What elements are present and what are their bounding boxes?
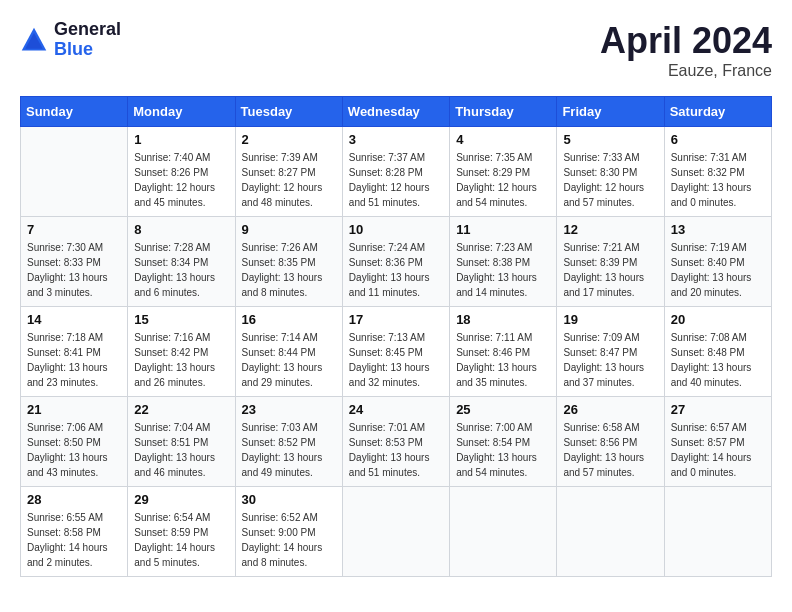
calendar-cell: 6Sunrise: 7:31 AM Sunset: 8:32 PM Daylig…	[664, 127, 771, 217]
calendar-cell	[21, 127, 128, 217]
cell-sun-info: Sunrise: 7:04 AM Sunset: 8:51 PM Dayligh…	[134, 420, 228, 480]
cell-sun-info: Sunrise: 7:33 AM Sunset: 8:30 PM Dayligh…	[563, 150, 657, 210]
calendar-cell: 7Sunrise: 7:30 AM Sunset: 8:33 PM Daylig…	[21, 217, 128, 307]
logo-icon	[20, 26, 48, 54]
col-header-saturday: Saturday	[664, 97, 771, 127]
cell-sun-info: Sunrise: 7:35 AM Sunset: 8:29 PM Dayligh…	[456, 150, 550, 210]
day-number: 6	[671, 132, 765, 147]
day-number: 12	[563, 222, 657, 237]
cell-sun-info: Sunrise: 7:24 AM Sunset: 8:36 PM Dayligh…	[349, 240, 443, 300]
cell-sun-info: Sunrise: 7:40 AM Sunset: 8:26 PM Dayligh…	[134, 150, 228, 210]
day-number: 10	[349, 222, 443, 237]
cell-sun-info: Sunrise: 7:23 AM Sunset: 8:38 PM Dayligh…	[456, 240, 550, 300]
cell-sun-info: Sunrise: 7:28 AM Sunset: 8:34 PM Dayligh…	[134, 240, 228, 300]
day-number: 1	[134, 132, 228, 147]
col-header-tuesday: Tuesday	[235, 97, 342, 127]
calendar-cell: 9Sunrise: 7:26 AM Sunset: 8:35 PM Daylig…	[235, 217, 342, 307]
page-header: General Blue April 2024 Eauze, France	[20, 20, 772, 80]
cell-sun-info: Sunrise: 7:03 AM Sunset: 8:52 PM Dayligh…	[242, 420, 336, 480]
calendar-cell: 12Sunrise: 7:21 AM Sunset: 8:39 PM Dayli…	[557, 217, 664, 307]
day-number: 19	[563, 312, 657, 327]
calendar-week-row: 28Sunrise: 6:55 AM Sunset: 8:58 PM Dayli…	[21, 487, 772, 577]
calendar-cell: 23Sunrise: 7:03 AM Sunset: 8:52 PM Dayli…	[235, 397, 342, 487]
calendar-cell: 20Sunrise: 7:08 AM Sunset: 8:48 PM Dayli…	[664, 307, 771, 397]
calendar-cell	[664, 487, 771, 577]
day-number: 18	[456, 312, 550, 327]
day-number: 30	[242, 492, 336, 507]
calendar-cell: 22Sunrise: 7:04 AM Sunset: 8:51 PM Dayli…	[128, 397, 235, 487]
calendar-cell: 1Sunrise: 7:40 AM Sunset: 8:26 PM Daylig…	[128, 127, 235, 217]
calendar-cell: 4Sunrise: 7:35 AM Sunset: 8:29 PM Daylig…	[450, 127, 557, 217]
day-number: 2	[242, 132, 336, 147]
day-number: 26	[563, 402, 657, 417]
col-header-thursday: Thursday	[450, 97, 557, 127]
header-row: SundayMondayTuesdayWednesdayThursdayFrid…	[21, 97, 772, 127]
calendar-cell: 13Sunrise: 7:19 AM Sunset: 8:40 PM Dayli…	[664, 217, 771, 307]
cell-sun-info: Sunrise: 6:58 AM Sunset: 8:56 PM Dayligh…	[563, 420, 657, 480]
calendar-cell	[450, 487, 557, 577]
calendar-cell: 25Sunrise: 7:00 AM Sunset: 8:54 PM Dayli…	[450, 397, 557, 487]
day-number: 22	[134, 402, 228, 417]
title-area: April 2024 Eauze, France	[600, 20, 772, 80]
calendar-cell: 21Sunrise: 7:06 AM Sunset: 8:50 PM Dayli…	[21, 397, 128, 487]
cell-sun-info: Sunrise: 7:09 AM Sunset: 8:47 PM Dayligh…	[563, 330, 657, 390]
cell-sun-info: Sunrise: 7:31 AM Sunset: 8:32 PM Dayligh…	[671, 150, 765, 210]
day-number: 4	[456, 132, 550, 147]
cell-sun-info: Sunrise: 7:13 AM Sunset: 8:45 PM Dayligh…	[349, 330, 443, 390]
day-number: 15	[134, 312, 228, 327]
calendar-cell	[557, 487, 664, 577]
cell-sun-info: Sunrise: 7:37 AM Sunset: 8:28 PM Dayligh…	[349, 150, 443, 210]
location-text: Eauze, France	[600, 62, 772, 80]
cell-sun-info: Sunrise: 7:18 AM Sunset: 8:41 PM Dayligh…	[27, 330, 121, 390]
cell-sun-info: Sunrise: 6:57 AM Sunset: 8:57 PM Dayligh…	[671, 420, 765, 480]
cell-sun-info: Sunrise: 7:00 AM Sunset: 8:54 PM Dayligh…	[456, 420, 550, 480]
calendar-cell: 5Sunrise: 7:33 AM Sunset: 8:30 PM Daylig…	[557, 127, 664, 217]
calendar-cell: 29Sunrise: 6:54 AM Sunset: 8:59 PM Dayli…	[128, 487, 235, 577]
calendar-cell: 14Sunrise: 7:18 AM Sunset: 8:41 PM Dayli…	[21, 307, 128, 397]
logo-general-text: General	[54, 20, 121, 40]
calendar-week-row: 14Sunrise: 7:18 AM Sunset: 8:41 PM Dayli…	[21, 307, 772, 397]
cell-sun-info: Sunrise: 7:01 AM Sunset: 8:53 PM Dayligh…	[349, 420, 443, 480]
calendar-week-row: 7Sunrise: 7:30 AM Sunset: 8:33 PM Daylig…	[21, 217, 772, 307]
day-number: 29	[134, 492, 228, 507]
calendar-cell: 18Sunrise: 7:11 AM Sunset: 8:46 PM Dayli…	[450, 307, 557, 397]
month-title: April 2024	[600, 20, 772, 62]
calendar-cell: 19Sunrise: 7:09 AM Sunset: 8:47 PM Dayli…	[557, 307, 664, 397]
day-number: 21	[27, 402, 121, 417]
logo-text: General Blue	[54, 20, 121, 60]
cell-sun-info: Sunrise: 7:16 AM Sunset: 8:42 PM Dayligh…	[134, 330, 228, 390]
cell-sun-info: Sunrise: 7:14 AM Sunset: 8:44 PM Dayligh…	[242, 330, 336, 390]
day-number: 14	[27, 312, 121, 327]
cell-sun-info: Sunrise: 7:08 AM Sunset: 8:48 PM Dayligh…	[671, 330, 765, 390]
logo-blue-text: Blue	[54, 40, 121, 60]
cell-sun-info: Sunrise: 7:26 AM Sunset: 8:35 PM Dayligh…	[242, 240, 336, 300]
calendar-week-row: 21Sunrise: 7:06 AM Sunset: 8:50 PM Dayli…	[21, 397, 772, 487]
calendar-cell	[342, 487, 449, 577]
logo: General Blue	[20, 20, 121, 60]
calendar-cell: 15Sunrise: 7:16 AM Sunset: 8:42 PM Dayli…	[128, 307, 235, 397]
col-header-sunday: Sunday	[21, 97, 128, 127]
day-number: 16	[242, 312, 336, 327]
cell-sun-info: Sunrise: 7:19 AM Sunset: 8:40 PM Dayligh…	[671, 240, 765, 300]
day-number: 8	[134, 222, 228, 237]
col-header-wednesday: Wednesday	[342, 97, 449, 127]
cell-sun-info: Sunrise: 7:30 AM Sunset: 8:33 PM Dayligh…	[27, 240, 121, 300]
day-number: 17	[349, 312, 443, 327]
day-number: 3	[349, 132, 443, 147]
cell-sun-info: Sunrise: 6:55 AM Sunset: 8:58 PM Dayligh…	[27, 510, 121, 570]
day-number: 5	[563, 132, 657, 147]
day-number: 27	[671, 402, 765, 417]
cell-sun-info: Sunrise: 7:06 AM Sunset: 8:50 PM Dayligh…	[27, 420, 121, 480]
cell-sun-info: Sunrise: 7:21 AM Sunset: 8:39 PM Dayligh…	[563, 240, 657, 300]
calendar-cell: 24Sunrise: 7:01 AM Sunset: 8:53 PM Dayli…	[342, 397, 449, 487]
calendar-table: SundayMondayTuesdayWednesdayThursdayFrid…	[20, 96, 772, 577]
col-header-monday: Monday	[128, 97, 235, 127]
calendar-cell: 8Sunrise: 7:28 AM Sunset: 8:34 PM Daylig…	[128, 217, 235, 307]
calendar-cell: 11Sunrise: 7:23 AM Sunset: 8:38 PM Dayli…	[450, 217, 557, 307]
calendar-cell: 10Sunrise: 7:24 AM Sunset: 8:36 PM Dayli…	[342, 217, 449, 307]
calendar-week-row: 1Sunrise: 7:40 AM Sunset: 8:26 PM Daylig…	[21, 127, 772, 217]
calendar-cell: 30Sunrise: 6:52 AM Sunset: 9:00 PM Dayli…	[235, 487, 342, 577]
calendar-cell: 16Sunrise: 7:14 AM Sunset: 8:44 PM Dayli…	[235, 307, 342, 397]
cell-sun-info: Sunrise: 6:54 AM Sunset: 8:59 PM Dayligh…	[134, 510, 228, 570]
calendar-cell: 3Sunrise: 7:37 AM Sunset: 8:28 PM Daylig…	[342, 127, 449, 217]
